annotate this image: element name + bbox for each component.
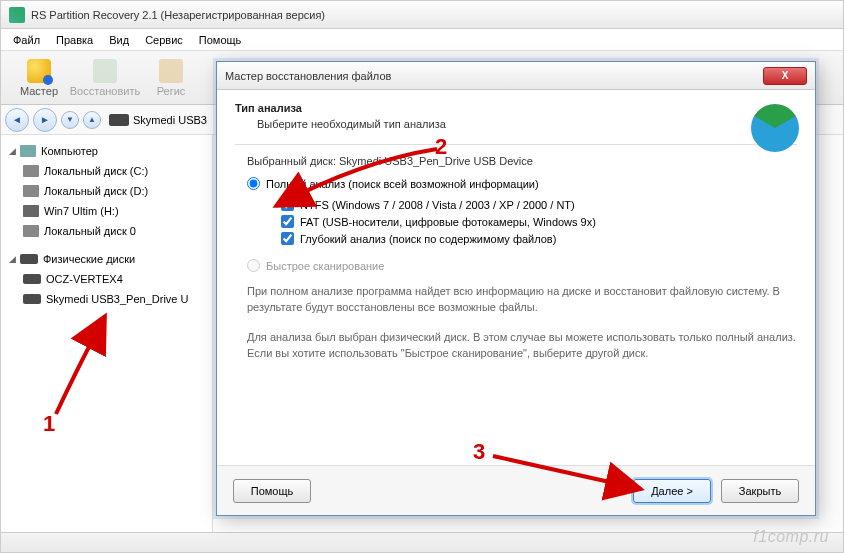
check-fat-label: FAT (USB-носители, цифровые фотокамеры, …: [300, 216, 596, 228]
selected-disk-row: Выбранный диск: Skymedi USB3_Pen_Drive U…: [247, 155, 797, 167]
radio-quick-scan-label: Быстрое сканирование: [266, 260, 384, 272]
check-deep-label: Глубокий анализ (поиск по содержимому фа…: [300, 233, 556, 245]
radio-quick-scan: Быстрое сканирование: [247, 259, 797, 272]
restore-icon: [93, 59, 117, 83]
divider: [235, 144, 797, 145]
tree-ocz-label: OCZ-VERTEX4: [46, 273, 123, 285]
check-ntfs[interactable]: NTFS (Windows 7 / 2008 / Vista / 2003 / …: [281, 198, 797, 211]
selected-disk-label: Выбранный диск:: [247, 155, 336, 167]
check-deep[interactable]: Глубокий анализ (поиск по содержимому фа…: [281, 232, 797, 245]
toolbar-master-button[interactable]: Мастер: [7, 54, 71, 102]
tree-win7-label: Win7 Ultim (H:): [44, 205, 119, 217]
wizard-titlebar: Мастер восстановления файлов X: [217, 62, 815, 90]
radio-quick-scan-input: [247, 259, 260, 272]
sidebar-tree: ◢ Компьютер Локальный диск (C:) Локальны…: [1, 135, 213, 532]
toolbar-registry-label: Регис: [157, 85, 186, 97]
tree-skymedi-label: Skymedi USB3_Pen_Drive U: [46, 293, 188, 305]
menu-edit[interactable]: Правка: [48, 32, 101, 48]
physical-disk-icon: [23, 274, 41, 284]
radio-full-scan[interactable]: Полный анализ (поиск всей возможной инфо…: [247, 177, 797, 190]
wizard-info-2: Для анализа был выбран физический диск. …: [247, 330, 797, 362]
drive-icon: [109, 114, 129, 126]
nav-up-button[interactable]: ▲: [83, 111, 101, 129]
tree-skymedi[interactable]: Skymedi USB3_Pen_Drive U: [3, 289, 210, 309]
tree-computer-label: Компьютер: [41, 145, 98, 157]
tree-win7[interactable]: Win7 Ultim (H:): [3, 201, 210, 221]
menu-help[interactable]: Помощь: [191, 32, 250, 48]
app-icon: [9, 7, 25, 23]
menubar: Файл Правка Вид Сервис Помощь: [1, 29, 843, 51]
tree-local-c-label: Локальный диск (C:): [44, 165, 148, 177]
toolbar-restore-button: Восстановить: [73, 54, 137, 102]
wizard-info-1: При полном анализе программа найдет всю …: [247, 284, 797, 316]
computer-icon: [20, 145, 36, 157]
wizard-subheading: Выберите необходимый тип анализа: [235, 114, 797, 136]
expander-icon[interactable]: ◢: [7, 146, 18, 157]
wizard-body: Тип анализа Выберите необходимый тип ана…: [217, 90, 815, 465]
disk-icon: [23, 185, 39, 197]
close-button[interactable]: Закрыть: [721, 479, 799, 503]
toolbar-registry-button: Регис: [139, 54, 203, 102]
menu-view[interactable]: Вид: [101, 32, 137, 48]
check-ntfs-label: NTFS (Windows 7 / 2008 / Vista / 2003 / …: [300, 199, 575, 211]
tree-local-0[interactable]: Локальный диск 0: [3, 221, 210, 241]
tree-local-d-label: Локальный диск (D:): [44, 185, 148, 197]
next-button[interactable]: Далее >: [633, 479, 711, 503]
check-ntfs-input[interactable]: [281, 198, 294, 211]
tree-computer[interactable]: ◢ Компьютер: [3, 141, 210, 161]
wizard-heading: Тип анализа: [235, 102, 797, 114]
wizard-logo-icon: [751, 104, 799, 152]
wizard-footer: Помощь Далее > Закрыть: [217, 465, 815, 515]
wizard-icon: [27, 59, 51, 83]
menu-service[interactable]: Сервис: [137, 32, 191, 48]
toolbar-master-label: Мастер: [20, 85, 58, 97]
tree-physical-label: Физические диски: [43, 253, 135, 265]
wizard-dialog: Мастер восстановления файлов X Тип анали…: [216, 61, 816, 516]
nav-back-button[interactable]: ◄: [5, 108, 29, 132]
tree-local-d[interactable]: Локальный диск (D:): [3, 181, 210, 201]
selected-disk-value: Skymedi USB3_Pen_Drive USB Device: [339, 155, 533, 167]
tree-ocz[interactable]: OCZ-VERTEX4: [3, 269, 210, 289]
registry-icon: [159, 59, 183, 83]
physical-disk-icon: [23, 294, 41, 304]
statusbar: [1, 532, 843, 553]
menu-file[interactable]: Файл: [5, 32, 48, 48]
disk-icon: [23, 165, 39, 177]
check-deep-input[interactable]: [281, 232, 294, 245]
window-title: RS Partition Recovery 2.1 (Незарегистрир…: [31, 9, 325, 21]
tree-physical[interactable]: ◢ Физические диски: [3, 249, 210, 269]
toolbar-restore-label: Восстановить: [70, 85, 140, 97]
check-fat[interactable]: FAT (USB-носители, цифровые фотокамеры, …: [281, 215, 797, 228]
tree-local-0-label: Локальный диск 0: [44, 225, 136, 237]
expander-icon[interactable]: ◢: [7, 254, 18, 265]
tree-local-c[interactable]: Локальный диск (C:): [3, 161, 210, 181]
check-fat-input[interactable]: [281, 215, 294, 228]
nav-dropdown-button[interactable]: ▼: [61, 111, 79, 129]
window-titlebar: RS Partition Recovery 2.1 (Незарегистрир…: [1, 1, 843, 29]
radio-full-scan-input[interactable]: [247, 177, 260, 190]
radio-full-scan-label: Полный анализ (поиск всей возможной инфо…: [266, 178, 539, 190]
disk-icon: [23, 225, 39, 237]
physical-disk-icon: [20, 254, 38, 264]
wizard-close-button[interactable]: X: [763, 67, 807, 85]
breadcrumb-text: Skymedi USB3: [133, 114, 207, 126]
wizard-title-text: Мастер восстановления файлов: [225, 70, 763, 82]
hdd-icon: [23, 205, 39, 217]
help-button[interactable]: Помощь: [233, 479, 311, 503]
nav-forward-button[interactable]: ►: [33, 108, 57, 132]
